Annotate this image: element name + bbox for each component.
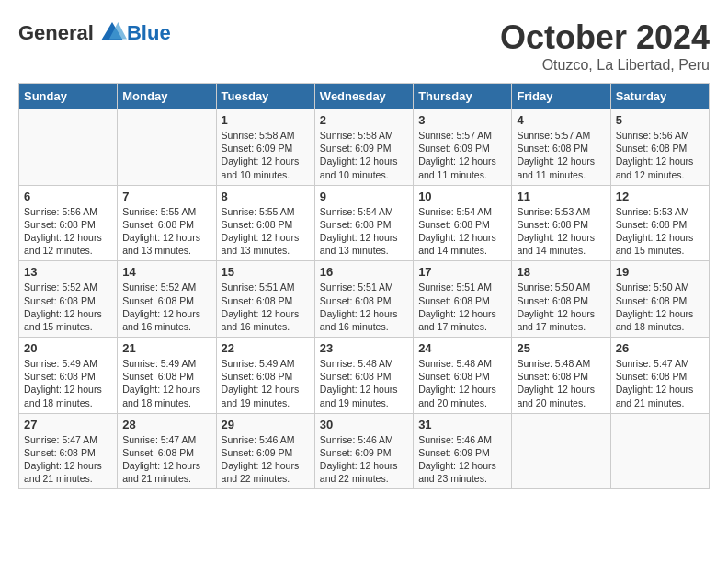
logo-general-text: General — [18, 21, 94, 45]
day-content: Sunrise: 5:52 AM Sunset: 6:08 PM Dayligh… — [24, 281, 112, 333]
day-number: 30 — [320, 418, 408, 431]
day-number: 31 — [418, 418, 506, 431]
day-number: 15 — [222, 265, 310, 279]
calendar-cell: 6Sunrise: 5:56 AM Sunset: 6:08 PM Daylig… — [19, 185, 118, 261]
calendar-cell: 23Sunrise: 5:48 AM Sunset: 6:08 PM Dayli… — [314, 338, 413, 414]
calendar-cell: 12Sunrise: 5:53 AM Sunset: 6:08 PM Dayli… — [610, 185, 709, 261]
day-number: 18 — [517, 265, 605, 279]
calendar-cell: 26Sunrise: 5:47 AM Sunset: 6:08 PM Dayli… — [610, 338, 709, 414]
day-content: Sunrise: 5:51 AM Sunset: 6:08 PM Dayligh… — [418, 281, 506, 333]
calendar-cell: 14Sunrise: 5:52 AM Sunset: 6:08 PM Dayli… — [118, 261, 216, 338]
day-number: 29 — [222, 418, 310, 431]
calendar-cell: 24Sunrise: 5:48 AM Sunset: 6:08 PM Dayli… — [414, 338, 512, 414]
day-number: 23 — [320, 341, 408, 355]
logo-blue-text: Blue — [127, 21, 171, 45]
calendar-cell: 16Sunrise: 5:51 AM Sunset: 6:08 PM Dayli… — [314, 261, 413, 338]
calendar-header-cell: Monday — [118, 84, 216, 109]
day-content: Sunrise: 5:49 AM Sunset: 6:08 PM Dayligh… — [24, 357, 112, 409]
day-content: Sunrise: 5:50 AM Sunset: 6:08 PM Dayligh… — [517, 281, 605, 333]
calendar-cell: 5Sunrise: 5:56 AM Sunset: 6:08 PM Daylig… — [610, 109, 709, 186]
calendar-cell: 10Sunrise: 5:54 AM Sunset: 6:08 PM Dayli… — [414, 185, 512, 261]
day-number: 7 — [122, 190, 210, 203]
calendar-cell: 19Sunrise: 5:50 AM Sunset: 6:08 PM Dayli… — [610, 261, 709, 338]
day-number: 10 — [418, 190, 506, 203]
day-content: Sunrise: 5:52 AM Sunset: 6:08 PM Dayligh… — [122, 281, 210, 333]
title-block: October 2024 Otuzco, La Libertad, Peru — [500, 18, 710, 74]
calendar-cell: 11Sunrise: 5:53 AM Sunset: 6:08 PM Dayli… — [512, 185, 610, 261]
day-content: Sunrise: 5:47 AM Sunset: 6:08 PM Dayligh… — [616, 357, 704, 409]
calendar-cell — [19, 109, 118, 186]
calendar-week-row: 20Sunrise: 5:49 AM Sunset: 6:08 PM Dayli… — [19, 338, 710, 414]
calendar-cell: 18Sunrise: 5:50 AM Sunset: 6:08 PM Dayli… — [512, 261, 610, 338]
day-content: Sunrise: 5:46 AM Sunset: 6:09 PM Dayligh… — [320, 433, 408, 486]
day-content: Sunrise: 5:49 AM Sunset: 6:08 PM Dayligh… — [122, 357, 210, 409]
calendar-cell: 20Sunrise: 5:49 AM Sunset: 6:08 PM Dayli… — [19, 338, 118, 414]
calendar-cell: 28Sunrise: 5:47 AM Sunset: 6:08 PM Dayli… — [118, 413, 216, 489]
calendar-week-row: 27Sunrise: 5:47 AM Sunset: 6:08 PM Dayli… — [19, 413, 710, 489]
day-content: Sunrise: 5:48 AM Sunset: 6:08 PM Dayligh… — [320, 357, 408, 409]
day-content: Sunrise: 5:58 AM Sunset: 6:09 PM Dayligh… — [320, 129, 408, 181]
day-content: Sunrise: 5:48 AM Sunset: 6:08 PM Dayligh… — [418, 357, 506, 409]
day-number: 12 — [616, 190, 704, 203]
day-number: 25 — [517, 341, 605, 355]
day-content: Sunrise: 5:49 AM Sunset: 6:08 PM Dayligh… — [222, 357, 310, 409]
month-title: October 2024 — [500, 18, 710, 57]
calendar-cell: 31Sunrise: 5:46 AM Sunset: 6:09 PM Dayli… — [414, 413, 512, 489]
day-content: Sunrise: 5:54 AM Sunset: 6:08 PM Dayligh… — [320, 205, 408, 258]
calendar-cell: 13Sunrise: 5:52 AM Sunset: 6:08 PM Dayli… — [19, 261, 118, 338]
calendar-cell: 30Sunrise: 5:46 AM Sunset: 6:09 PM Dayli… — [314, 413, 413, 489]
day-number: 17 — [418, 265, 506, 279]
calendar-cell: 15Sunrise: 5:51 AM Sunset: 6:08 PM Dayli… — [216, 261, 314, 338]
day-number: 9 — [320, 190, 408, 203]
calendar-week-row: 6Sunrise: 5:56 AM Sunset: 6:08 PM Daylig… — [19, 185, 710, 261]
calendar-week-row: 13Sunrise: 5:52 AM Sunset: 6:08 PM Dayli… — [19, 261, 710, 338]
day-number: 14 — [122, 265, 210, 279]
day-content: Sunrise: 5:48 AM Sunset: 6:08 PM Dayligh… — [517, 357, 605, 409]
day-content: Sunrise: 5:53 AM Sunset: 6:08 PM Dayligh… — [616, 205, 704, 258]
day-content: Sunrise: 5:55 AM Sunset: 6:08 PM Dayligh… — [222, 205, 310, 258]
calendar-header-row: SundayMondayTuesdayWednesdayThursdayFrid… — [19, 84, 710, 109]
day-number: 11 — [517, 190, 605, 203]
day-content: Sunrise: 5:58 AM Sunset: 6:09 PM Dayligh… — [222, 129, 310, 181]
calendar-header-cell: Thursday — [414, 84, 512, 109]
day-content: Sunrise: 5:54 AM Sunset: 6:08 PM Dayligh… — [418, 205, 506, 258]
calendar-header-cell: Friday — [512, 84, 610, 109]
calendar-cell — [512, 413, 610, 489]
day-content: Sunrise: 5:56 AM Sunset: 6:08 PM Dayligh… — [616, 129, 704, 181]
day-content: Sunrise: 5:51 AM Sunset: 6:08 PM Dayligh… — [222, 281, 310, 333]
calendar-cell: 9Sunrise: 5:54 AM Sunset: 6:08 PM Daylig… — [314, 185, 413, 261]
day-number: 6 — [24, 190, 112, 203]
calendar-header-cell: Saturday — [610, 84, 709, 109]
calendar-body: 1Sunrise: 5:58 AM Sunset: 6:09 PM Daylig… — [19, 109, 710, 489]
day-content: Sunrise: 5:47 AM Sunset: 6:08 PM Dayligh… — [24, 433, 112, 486]
calendar-cell — [610, 413, 709, 489]
calendar-cell: 2Sunrise: 5:58 AM Sunset: 6:09 PM Daylig… — [314, 109, 413, 186]
day-number: 5 — [616, 113, 704, 127]
day-content: Sunrise: 5:57 AM Sunset: 6:09 PM Dayligh… — [418, 129, 506, 181]
day-content: Sunrise: 5:55 AM Sunset: 6:08 PM Dayligh… — [122, 205, 210, 258]
day-number: 1 — [222, 113, 310, 127]
day-number: 26 — [616, 341, 704, 355]
day-content: Sunrise: 5:46 AM Sunset: 6:09 PM Dayligh… — [222, 433, 310, 486]
calendar-cell: 29Sunrise: 5:46 AM Sunset: 6:09 PM Dayli… — [216, 413, 314, 489]
calendar-header-cell: Tuesday — [216, 84, 314, 109]
day-content: Sunrise: 5:57 AM Sunset: 6:08 PM Dayligh… — [517, 129, 605, 181]
page-header: General Blue October 2024 Otuzco, La Lib… — [18, 18, 710, 74]
calendar-cell: 22Sunrise: 5:49 AM Sunset: 6:08 PM Dayli… — [216, 338, 314, 414]
day-number: 8 — [222, 190, 310, 203]
calendar-header-cell: Wednesday — [314, 84, 413, 109]
calendar-cell: 27Sunrise: 5:47 AM Sunset: 6:08 PM Dayli… — [19, 413, 118, 489]
day-content: Sunrise: 5:47 AM Sunset: 6:08 PM Dayligh… — [122, 433, 210, 486]
day-number: 3 — [418, 113, 506, 127]
day-number: 19 — [616, 265, 704, 279]
day-number: 28 — [122, 418, 210, 431]
calendar-cell: 25Sunrise: 5:48 AM Sunset: 6:08 PM Dayli… — [512, 338, 610, 414]
day-number: 2 — [320, 113, 408, 127]
day-content: Sunrise: 5:51 AM Sunset: 6:08 PM Dayligh… — [320, 281, 408, 333]
calendar-cell: 7Sunrise: 5:55 AM Sunset: 6:08 PM Daylig… — [118, 185, 216, 261]
day-content: Sunrise: 5:56 AM Sunset: 6:08 PM Dayligh… — [24, 205, 112, 258]
calendar-cell: 1Sunrise: 5:58 AM Sunset: 6:09 PM Daylig… — [216, 109, 314, 186]
day-number: 22 — [222, 341, 310, 355]
day-number: 24 — [418, 341, 506, 355]
day-content: Sunrise: 5:53 AM Sunset: 6:08 PM Dayligh… — [517, 205, 605, 258]
